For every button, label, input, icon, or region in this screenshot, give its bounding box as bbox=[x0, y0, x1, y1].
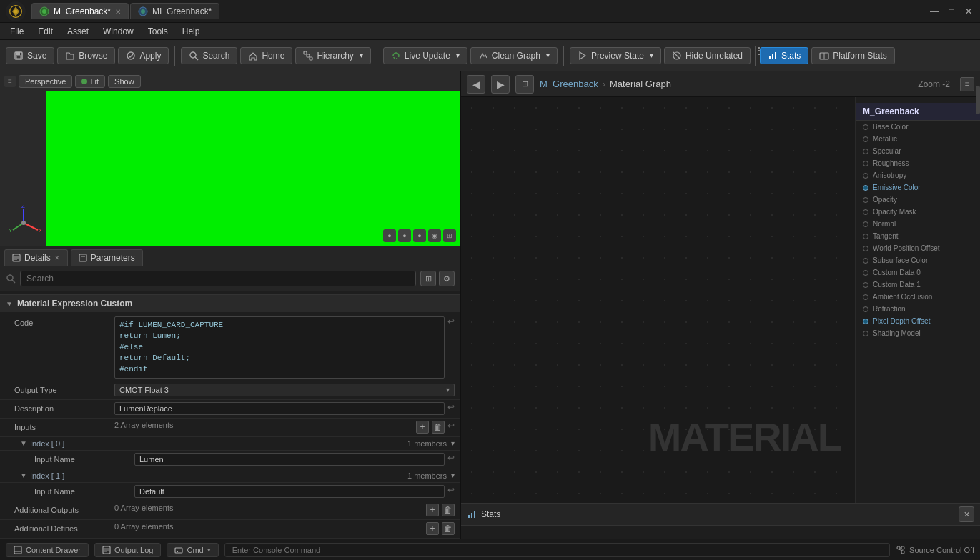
stats-button[interactable]: Stats bbox=[760, 47, 808, 64]
menu-tools[interactable]: Tools bbox=[141, 25, 175, 38]
add-defines-delete[interactable]: 🗑 bbox=[442, 522, 455, 535]
code-textarea[interactable]: #if LUMEN_CARD_CAPTURE return Lumen; #el… bbox=[114, 316, 445, 379]
details-search-input[interactable] bbox=[20, 271, 416, 286]
pin-circle-shading bbox=[863, 331, 868, 336]
hierarchy-button[interactable]: Hierarchy bbox=[295, 47, 370, 64]
lit-button[interactable]: Lit bbox=[75, 75, 105, 88]
apply-label: Apply bbox=[139, 51, 161, 61]
add-outputs-count: 0 Array elements bbox=[114, 504, 174, 512]
menu-bar: File Edit Asset Window Tools Help bbox=[0, 23, 980, 40]
tab-details[interactable]: Details ✕ bbox=[4, 249, 68, 266]
viewport-ctrl-2[interactable]: ● bbox=[398, 229, 411, 242]
stats-close-button[interactable]: ✕ bbox=[959, 506, 974, 522]
graph-back-button[interactable]: ◀ bbox=[467, 75, 485, 94]
add-defines-add[interactable]: + bbox=[426, 522, 439, 535]
tab-parameters[interactable]: Parameters bbox=[71, 249, 143, 266]
graph-canvas[interactable]: 0 ▾ LumenReplace ▲ bbox=[461, 97, 855, 503]
menu-help[interactable]: Help bbox=[175, 25, 207, 38]
viewport-ctrl-4[interactable]: ◉ bbox=[428, 229, 441, 242]
viewport-menu-button[interactable]: ≡ bbox=[4, 76, 16, 87]
tab-m-greenback[interactable]: M_Greenback* ✕ bbox=[31, 3, 129, 19]
tab-mi-greenback[interactable]: MI_Greenback* bbox=[130, 3, 219, 19]
svg-rect-18 bbox=[769, 56, 771, 59]
index-0-row[interactable]: ▼ Index [ 0 ] 1 members ▾ bbox=[0, 437, 460, 451]
graph-forward-button[interactable]: ▶ bbox=[491, 75, 510, 94]
cmd-button[interactable]: Cmd ▾ bbox=[167, 543, 218, 557]
graph-area: 0 ▾ LumenReplace ▲ bbox=[461, 97, 980, 503]
search-button[interactable]: Search bbox=[181, 47, 237, 64]
code-reset[interactable]: ↩ bbox=[447, 316, 455, 326]
home-button[interactable]: Home bbox=[240, 47, 292, 64]
inputs-count: 2 Array elements bbox=[114, 421, 174, 429]
inputs-delete[interactable]: 🗑 bbox=[432, 421, 445, 434]
browse-button[interactable]: Browse bbox=[57, 47, 115, 64]
graph-fit-button[interactable]: ⊞ bbox=[515, 75, 534, 94]
live-update-button[interactable]: Live Update bbox=[383, 47, 467, 64]
index-0-expand[interactable]: ▾ bbox=[451, 439, 455, 447]
index-1-expand[interactable]: ▾ bbox=[451, 471, 455, 479]
input-name-0-reset[interactable]: ↩ bbox=[447, 453, 455, 463]
add-outputs-add[interactable]: + bbox=[426, 504, 439, 516]
inputs-add[interactable]: + bbox=[416, 421, 429, 434]
palette-button[interactable]: ≡ bbox=[960, 77, 974, 91]
output-pin-subsurface: Subsurface Color bbox=[856, 254, 980, 266]
platform-stats-button[interactable]: Platform Stats bbox=[811, 47, 894, 64]
details-settings[interactable]: ⚙ bbox=[439, 271, 455, 286]
details-grid-view[interactable]: ⊞ bbox=[420, 271, 436, 286]
clean-graph-button[interactable]: Clean Graph bbox=[470, 47, 558, 64]
pin-circle-tangent bbox=[863, 234, 868, 239]
output-pin-custom0: Custom Data 0 bbox=[856, 266, 980, 279]
menu-window[interactable]: Window bbox=[96, 25, 141, 38]
section-material-expression[interactable]: ▼ Material Expression Custom bbox=[0, 294, 460, 312]
input-name-1-input[interactable] bbox=[134, 485, 445, 498]
hide-unrelated-button[interactable]: Hide Unrelated bbox=[664, 47, 751, 64]
source-control-indicator[interactable]: Source Control Off bbox=[896, 545, 974, 555]
title-bar: M_Greenback* ✕ MI_Greenback* — □ ✕ bbox=[0, 0, 980, 23]
index-1-count: 1 members bbox=[407, 471, 447, 480]
menu-asset[interactable]: Asset bbox=[60, 25, 96, 38]
output-log-button[interactable]: Output Log bbox=[94, 543, 161, 557]
details-tab-close[interactable]: ✕ bbox=[54, 254, 60, 261]
tab-m-greenback-close[interactable]: ✕ bbox=[115, 8, 121, 16]
output-panel-scrollbar[interactable] bbox=[976, 97, 980, 114]
output-type-select[interactable]: CMOT Float 3 ▾ bbox=[114, 384, 455, 396]
output-pin-refraction: Refraction bbox=[856, 303, 980, 315]
show-button[interactable]: Show bbox=[108, 75, 141, 88]
svg-point-50 bbox=[901, 546, 904, 549]
viewport-ctrl-5[interactable]: ⊞ bbox=[443, 229, 456, 242]
save-button[interactable]: Save bbox=[6, 47, 54, 64]
add-outputs-delete[interactable]: 🗑 bbox=[442, 504, 455, 516]
svg-rect-40 bbox=[474, 511, 475, 518]
svg-line-23 bbox=[24, 223, 38, 230]
svg-rect-7 bbox=[16, 52, 20, 55]
parameters-tab-label: Parameters bbox=[91, 253, 135, 263]
console-input[interactable] bbox=[224, 543, 890, 557]
description-input[interactable] bbox=[114, 402, 445, 415]
preview-state-button[interactable]: Preview State bbox=[570, 47, 661, 64]
description-reset[interactable]: ↩ bbox=[447, 402, 455, 412]
close-button[interactable]: ✕ bbox=[963, 6, 974, 17]
viewport-ctrl-1[interactable]: ● bbox=[383, 229, 396, 242]
maximize-button[interactable]: □ bbox=[946, 6, 957, 17]
input-name-1-reset[interactable]: ↩ bbox=[447, 485, 455, 495]
prop-input-name-1-row: Input Name ↩ bbox=[0, 483, 460, 501]
pin-circle-specular bbox=[863, 149, 868, 154]
prop-description-label: Description bbox=[14, 402, 114, 413]
prop-description-value bbox=[114, 402, 445, 415]
input-name-0-input[interactable] bbox=[134, 453, 445, 466]
viewport-content[interactable]: X Y Z ● ● ● ◉ ⊞ bbox=[0, 91, 460, 246]
breadcrumb-root[interactable]: M_Greenback bbox=[540, 79, 598, 89]
input-name-0-label: Input Name bbox=[34, 453, 134, 464]
perspective-button[interactable]: Perspective bbox=[19, 75, 72, 88]
svg-line-37 bbox=[12, 280, 15, 283]
app-logo bbox=[6, 1, 26, 21]
apply-button[interactable]: Apply bbox=[118, 47, 169, 64]
svg-line-11 bbox=[195, 57, 198, 60]
minimize-button[interactable]: — bbox=[929, 6, 940, 17]
inputs-reset[interactable]: ↩ bbox=[447, 421, 455, 431]
viewport-ctrl-3[interactable]: ● bbox=[413, 229, 426, 242]
index-1-row[interactable]: ▼ Index [ 1 ] 1 members ▾ bbox=[0, 469, 460, 483]
menu-edit[interactable]: Edit bbox=[31, 25, 60, 38]
content-drawer-button[interactable]: Content Drawer bbox=[6, 543, 89, 557]
menu-file[interactable]: File bbox=[3, 25, 31, 38]
